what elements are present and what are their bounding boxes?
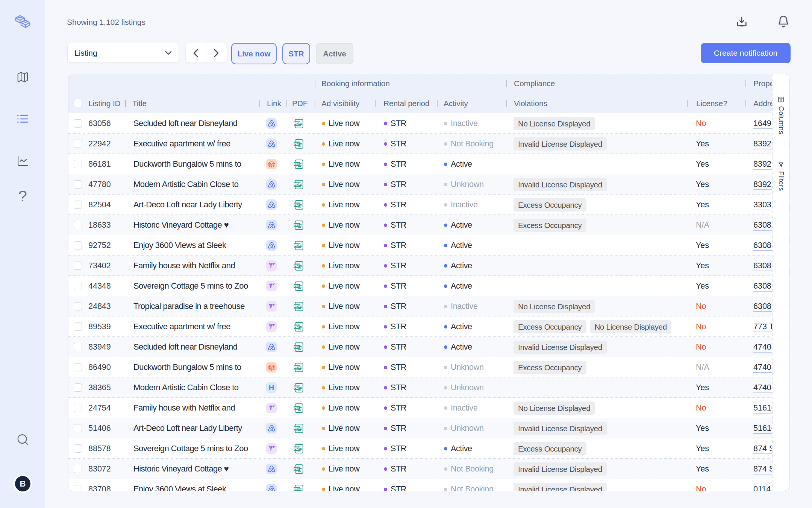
- svg-text:PDF: PDF: [294, 142, 300, 146]
- svg-text:PDF: PDF: [294, 304, 300, 308]
- svg-text:PDF: PDF: [294, 223, 300, 227]
- svg-text:PDF: PDF: [294, 406, 300, 410]
- svg-text:PDF: PDF: [294, 284, 300, 288]
- svg-text:PDF: PDF: [294, 264, 300, 268]
- svg-text:PDF: PDF: [294, 447, 300, 450]
- svg-text:PDF: PDF: [294, 345, 300, 349]
- svg-text:PDF: PDF: [294, 365, 300, 369]
- svg-text:PDF: PDF: [294, 122, 300, 125]
- svg-text:PDF: PDF: [294, 386, 300, 389]
- svg-text:PDF: PDF: [294, 325, 300, 329]
- svg-text:PDF: PDF: [294, 487, 300, 491]
- svg-text:PDF: PDF: [294, 426, 300, 430]
- svg-text:PDF: PDF: [294, 467, 300, 471]
- svg-text:PDF: PDF: [294, 183, 300, 186]
- svg-text:PDF: PDF: [294, 162, 300, 166]
- svg-text:PDF: PDF: [294, 243, 300, 247]
- svg-text:PDF: PDF: [294, 203, 300, 207]
